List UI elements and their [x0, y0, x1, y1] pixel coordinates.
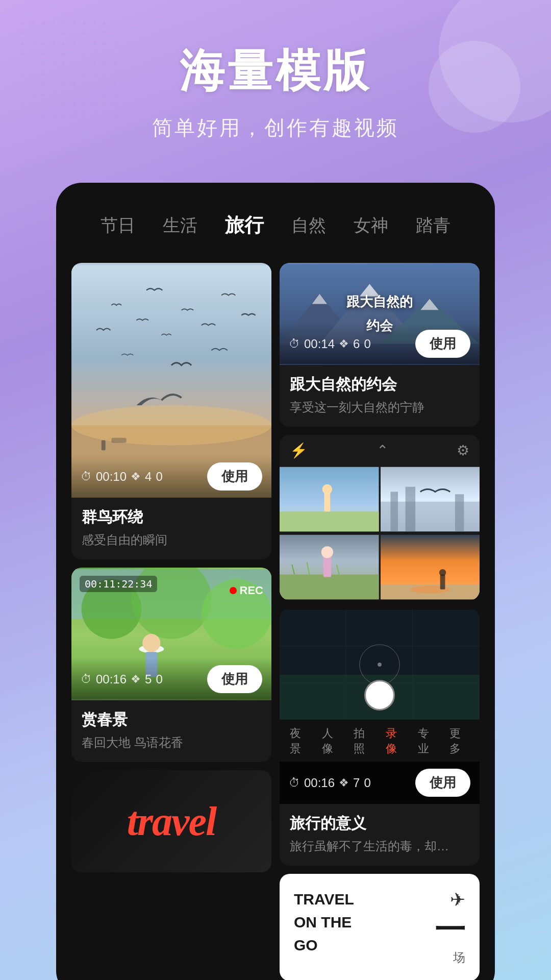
- svg-point-53: [52, 72, 55, 76]
- svg-point-98: [103, 113, 106, 116]
- svg-point-63: [52, 83, 55, 86]
- travel-word-text: travel: [127, 798, 216, 845]
- svg-point-23: [52, 42, 55, 45]
- mode-pro[interactable]: 专业: [418, 726, 438, 756]
- svg-point-44: [62, 62, 65, 65]
- card-camera[interactable]: 夜景 人像 拍照 录像 专业 更多 ⏱ 00:16 ❖: [280, 608, 480, 866]
- clock-icon-nature: ⏱: [289, 337, 300, 351]
- phone-content: 节日 生活 旅行 自然 女神 踏青: [71, 198, 480, 980]
- travel-line-1: TRAVEL: [294, 889, 354, 909]
- card-birds-use-btn[interactable]: 使用: [207, 462, 262, 491]
- card-birds-overlay: ⏱ 00:10 ❖ 4 0 使用: [71, 455, 271, 498]
- clock-icon: ⏱: [81, 470, 92, 483]
- svg-point-22: [42, 42, 45, 45]
- svg-point-47: [93, 62, 96, 65]
- mode-night[interactable]: 夜景: [290, 726, 310, 756]
- card-birds[interactable]: ⏱ 00:10 ❖ 4 0 使用 群鸟环绕 感受自由: [71, 263, 271, 559]
- card-nature-title: 跟大自然的约会: [290, 374, 469, 395]
- card-nature[interactable]: 跟大自然的约会 ⏱ 00:14 ❖ 6 0: [280, 263, 480, 427]
- svg-point-40: [21, 62, 24, 65]
- card-birds-meta: ⏱ 00:10 ❖ 4 0: [81, 470, 201, 484]
- svg-point-99: [113, 113, 116, 116]
- card-spring[interactable]: 00:11:22:34 REC ⏱ 00:: [71, 568, 271, 762]
- travel-card-inner: TRAVEL ON THE GO ✈ 一 场: [280, 874, 480, 980]
- tab-outing[interactable]: 踏青: [411, 210, 456, 241]
- card-birds-thumbnail: ⏱ 00:10 ❖ 4 0 使用: [71, 263, 271, 498]
- svg-point-96: [83, 113, 86, 116]
- card-nature-likes: 6: [353, 337, 360, 351]
- svg-point-6: [83, 21, 86, 24]
- tab-travel[interactable]: 旅行: [220, 208, 269, 242]
- card-spring-info: 赏春景 春回大地 鸟语花香: [71, 700, 271, 762]
- svg-point-31: [32, 52, 35, 55]
- mode-more[interactable]: 更多: [449, 726, 469, 756]
- svg-point-80: [21, 103, 24, 106]
- svg-point-9: [113, 21, 116, 24]
- svg-point-84: [62, 103, 65, 106]
- card-spring-use-btn[interactable]: 使用: [207, 665, 262, 693]
- svg-point-33: [52, 52, 55, 55]
- card-travel-text[interactable]: TRAVEL ON THE GO ✈ 一 场: [280, 874, 480, 980]
- svg-point-45: [72, 62, 76, 65]
- flash-icon: ⚡: [290, 442, 308, 459]
- svg-point-10: [21, 32, 24, 35]
- grid-photo-3: [280, 534, 379, 600]
- card-birds-desc: 感受自由的瞬间: [82, 532, 261, 548]
- tab-goddess[interactable]: 女神: [348, 210, 393, 241]
- camera-mode-bar: 夜景 人像 拍照 录像 专业 更多: [280, 721, 480, 762]
- svg-point-89: [113, 103, 116, 106]
- svg-point-19: [113, 32, 116, 35]
- card-spring-overlay: ⏱ 00:16 ❖ 5 0 使用: [71, 658, 271, 700]
- svg-point-83: [52, 103, 55, 106]
- svg-point-102: [71, 405, 271, 445]
- svg-point-59: [113, 72, 116, 76]
- card-spring-comments: 0: [156, 672, 162, 687]
- card4-use-btn[interactable]: 使用: [415, 769, 470, 797]
- card-nature-desc: 享受这一刻大自然的宁静: [290, 399, 469, 415]
- card-nature-overlay: ⏱ 00:14 ❖ 6 0 使用: [280, 323, 480, 365]
- card-spring-title: 赏春景: [82, 709, 261, 730]
- tab-life[interactable]: 生活: [158, 210, 203, 241]
- svg-point-79: [113, 93, 116, 96]
- tab-holiday[interactable]: 节日: [95, 210, 140, 241]
- card-travel-word[interactable]: travel: [71, 770, 271, 872]
- mode-portrait[interactable]: 人像: [322, 726, 342, 756]
- camera-thumbnail: [280, 608, 480, 721]
- camera-card-overlay: ⏱ 00:16 ❖ 7 0 使用: [280, 762, 480, 804]
- grid-photo-2: [381, 466, 480, 532]
- category-tabs: 节日 生活 旅行 自然 女神 踏青: [71, 198, 480, 253]
- svg-point-37: [93, 52, 96, 55]
- svg-point-28: [103, 42, 106, 45]
- svg-point-18: [103, 32, 106, 35]
- svg-point-38: [103, 52, 106, 55]
- svg-point-15: [72, 32, 76, 35]
- svg-point-91: [32, 113, 35, 116]
- card4-likes: 7: [353, 776, 360, 790]
- svg-point-34: [62, 52, 65, 55]
- small-photo-grid: ⚡ ⌃ ⚙: [280, 435, 480, 600]
- card-birds-likes: 4: [145, 470, 152, 484]
- svg-point-141: [439, 569, 446, 576]
- travel-line-3: GO: [294, 935, 354, 955]
- svg-rect-103: [102, 440, 106, 451]
- svg-point-62: [42, 83, 45, 86]
- svg-point-54: [62, 72, 65, 76]
- svg-rect-122: [324, 492, 331, 511]
- svg-point-30: [21, 52, 24, 55]
- card-birds-comments: 0: [156, 470, 162, 484]
- svg-point-35: [72, 52, 76, 55]
- hero-section: 海量模版 简单好用，创作有趣视频: [0, 0, 551, 173]
- mode-video[interactable]: 录像: [386, 726, 406, 756]
- tab-nature[interactable]: 自然: [286, 210, 331, 241]
- svg-point-57: [93, 72, 96, 76]
- camera-shutter[interactable]: [364, 680, 395, 710]
- card4-comments: 0: [364, 776, 370, 790]
- svg-point-56: [83, 72, 86, 76]
- svg-point-7: [93, 21, 96, 24]
- svg-point-26: [83, 42, 86, 45]
- svg-point-49: [113, 62, 116, 65]
- card-nature-use-btn[interactable]: 使用: [415, 330, 470, 358]
- rec-badge: REC: [230, 584, 263, 597]
- mode-photo[interactable]: 拍照: [354, 726, 373, 756]
- svg-point-50: [21, 72, 24, 76]
